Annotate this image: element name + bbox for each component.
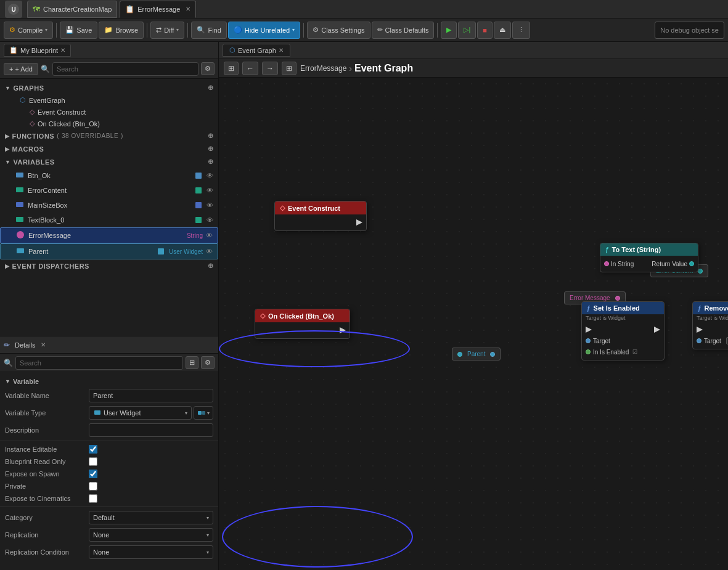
instance-editable-checkbox[interactable]	[89, 445, 97, 454]
node-parent-get[interactable]: Parent	[452, 348, 501, 360]
category-dropdown[interactable]: Default ▾	[89, 511, 213, 524]
blueprint-read-only-checkbox[interactable]	[89, 457, 97, 466]
macros-add-icon[interactable]: ⊕	[208, 145, 214, 153]
variable-row-main-size-box[interactable]: MainSizeBox 👁	[0, 198, 218, 213]
node-to-text-string[interactable]: ƒ To Text (String) In String Return Valu…	[600, 243, 698, 272]
event-graph-tab-close[interactable]: ✕	[279, 47, 284, 54]
details-divider-2	[0, 507, 218, 507]
class-settings-label: Class Settings	[321, 26, 364, 34]
replication-dropdown[interactable]: None ▾	[89, 528, 213, 542]
variable-eye-main-size-box[interactable]: 👁	[207, 202, 213, 209]
event-construct-item[interactable]: ◇ Event Construct	[0, 106, 218, 118]
functions-add-icon[interactable]: ⊕	[208, 132, 214, 140]
compile-button[interactable]: ⚙ Compile ▾	[4, 22, 53, 39]
more-button[interactable]: ⋮	[512, 22, 530, 39]
tab-close-icon[interactable]: ✕	[186, 6, 190, 12]
private-checkbox[interactable]	[89, 482, 97, 491]
details-close-icon[interactable]: ✕	[41, 341, 46, 348]
variable-eye-btn-ok[interactable]: 👁	[207, 172, 213, 179]
expose-on-spawn-checkbox[interactable]	[89, 470, 97, 478]
node-set-is-enabled[interactable]: ƒ Set Is Enabled Target is Widget Target	[581, 301, 665, 360]
on-clicked-exec-out	[255, 325, 350, 336]
blueprint-search-input[interactable]	[52, 62, 198, 76]
node-remove-from-parent[interactable]: ƒ Remove from Parent Target is Widget Ta…	[692, 301, 728, 349]
hide-unrelated-button[interactable]: 🔵 Hide Unrelated ▾	[228, 22, 300, 39]
diff-label: Diff	[164, 26, 174, 34]
macros-section-header[interactable]: ▶ MACROS ⊕	[0, 142, 218, 155]
breadcrumb-class[interactable]: ErrorMessage	[300, 64, 346, 73]
nav-forward-button[interactable]: →	[262, 62, 278, 75]
functions-section-header[interactable]: ▶ FUNCTIONS (38 OVERRIDABLE) ⊕	[0, 129, 218, 142]
expose-to-cinematics-checkbox[interactable]	[89, 494, 97, 503]
expose-on-spawn-row: Expose on Spawn	[0, 468, 218, 480]
variable-eye-text-block[interactable]: 👁	[207, 216, 213, 224]
variables-section-header[interactable]: ▼ VARIABLES ⊕	[0, 155, 218, 168]
variable-row-parent[interactable]: Parent User Widget 👁	[0, 243, 218, 259]
variable-row-btn-ok[interactable]: Btn_Ok 👁	[0, 168, 218, 183]
graphs-section-header[interactable]: ▼ GRAPHS ⊕	[0, 81, 218, 94]
hide-unrelated-icon: 🔵	[234, 26, 242, 34]
description-value	[89, 423, 213, 437]
variable-eye-parent[interactable]: 👁	[206, 248, 213, 255]
nav-back-button[interactable]: ←	[242, 62, 258, 75]
debug-object-selector[interactable]: No debug object se	[655, 22, 724, 39]
event-graph-canvas-tab[interactable]: ⬡ Event Graph ✕	[223, 44, 290, 57]
next-button[interactable]: ▷|	[458, 22, 476, 39]
variable-row-error-content[interactable]: ErrorContent 👁	[0, 183, 218, 198]
variable-name-input[interactable]	[89, 389, 213, 402]
nav-zoom-button[interactable]: ⊞	[282, 62, 297, 75]
expose-on-spawn-label: Expose on Spawn	[5, 470, 85, 478]
event-construct-node-icon: ◇	[280, 204, 285, 212]
details-gear-button[interactable]: ⚙	[201, 356, 215, 369]
eject-button[interactable]: ⏏	[494, 22, 511, 39]
browse-button[interactable]: 📁 Browse	[99, 22, 144, 39]
exec-out-dot	[356, 219, 362, 226]
graphs-add-icon[interactable]: ⊕	[208, 84, 214, 92]
remove-parent-icon: ƒ	[698, 305, 701, 312]
class-defaults-button[interactable]: ✏ Class Defaults	[372, 22, 435, 39]
node-event-construct[interactable]: ◇ Event Construct	[274, 201, 367, 231]
to-text-icon: ƒ	[605, 246, 609, 253]
on-clicked-item[interactable]: ◇ On Clicked (Btn_Ok)	[0, 118, 218, 129]
macros-section-label: MACROS	[12, 145, 44, 153]
blueprint-read-only-label: Blueprint Read Only	[5, 458, 85, 465]
tab-character-creation-map[interactable]: 🗺 CharacterCreationMap	[27, 1, 117, 18]
my-blueprint-tab-close[interactable]: ✕	[60, 47, 65, 54]
breadcrumb-graph[interactable]: Event Graph	[354, 63, 413, 74]
variable-type-dropdown[interactable]: User Widget ▾	[89, 406, 192, 420]
event-construct-icon: ◇	[30, 108, 35, 116]
toolbar-divider-3	[187, 23, 188, 38]
blueprint-tree: ▼ GRAPHS ⊕ ⬡ EventGraph ◇ Event Construc…	[0, 79, 218, 336]
event-graph-item[interactable]: ⬡ EventGraph	[0, 94, 218, 106]
variable-name-btn-ok: Btn_Ok	[28, 172, 51, 179]
variable-type-array-button[interactable]: ▾	[194, 406, 213, 420]
nav-home-button[interactable]: ⊞	[224, 62, 239, 75]
find-button[interactable]: 🔍 Find	[191, 22, 226, 39]
play-button[interactable]: ▶	[441, 22, 457, 39]
node-on-clicked[interactable]: ◇ On Clicked (Btn_Ok)	[255, 309, 350, 339]
save-button[interactable]: 💾 Save	[60, 22, 97, 39]
variable-type-label-parent: User Widget	[169, 248, 203, 255]
variable-eye-error-content[interactable]: 👁	[207, 187, 213, 194]
blueprint-canvas[interactable]: ◇ Event Construct ƒ SetText (Text) Targe…	[219, 78, 728, 570]
my-blueprint-tab[interactable]: 📋 My Blueprint ✕	[4, 44, 71, 57]
details-tab[interactable]: Details ✕	[10, 340, 51, 351]
variable-eye-error-message[interactable]: 👁	[206, 232, 213, 239]
stop-button[interactable]: ■	[477, 22, 493, 39]
variable-row-error-message[interactable]: ErrorMessage String 👁	[0, 227, 218, 243]
replication-condition-dropdown[interactable]: None ▾	[89, 545, 213, 559]
event-dispatchers-add-icon[interactable]: ⊕	[208, 262, 214, 270]
event-dispatchers-section-header[interactable]: ▶ EVENT DISPATCHERS ⊕	[0, 259, 218, 272]
details-search-input[interactable]	[15, 356, 183, 370]
add-button[interactable]: + + Add	[4, 63, 38, 75]
variables-add-icon[interactable]: ⊕	[208, 158, 214, 166]
node-to-text-title: To Text (String)	[612, 246, 661, 253]
class-settings-button[interactable]: ⚙ Class Settings	[307, 22, 370, 39]
blueprint-gear-button[interactable]: ⚙	[201, 62, 215, 75]
diff-button[interactable]: ⇄ Diff ▾	[150, 22, 184, 39]
description-input[interactable]	[89, 423, 213, 437]
details-variable-section[interactable]: ▼ Variable	[0, 376, 218, 387]
details-table-button[interactable]: ⊞	[186, 356, 198, 369]
tab-error-message[interactable]: 📋 ErrorMessage ✕	[120, 1, 196, 18]
variable-row-text-block[interactable]: TextBlock_0 👁	[0, 213, 218, 227]
